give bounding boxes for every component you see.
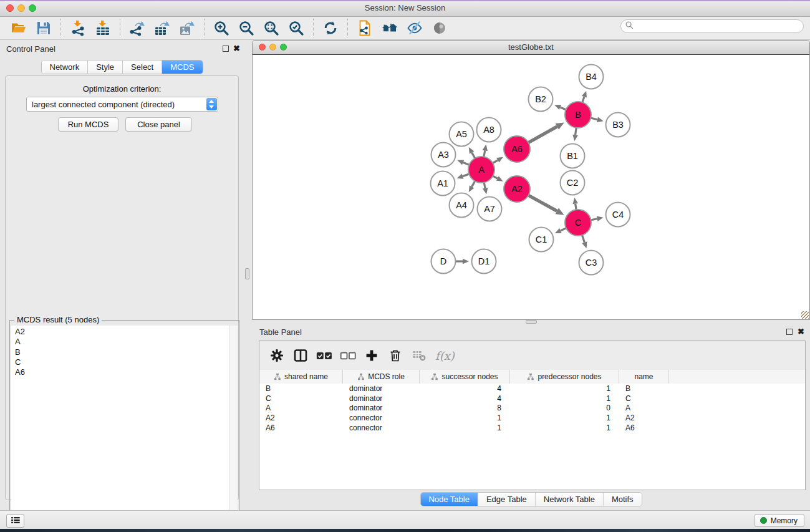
cell-name[interactable]: B bbox=[619, 384, 669, 393]
import-network-icon[interactable] bbox=[69, 19, 87, 37]
column-header-name[interactable]: name bbox=[619, 370, 669, 384]
tab-edge-table[interactable]: Edge Table bbox=[478, 493, 536, 506]
cell-name[interactable]: A bbox=[619, 404, 669, 412]
graph-node-label-B1: B1 bbox=[567, 151, 578, 161]
network-window-titlebar[interactable]: testGlobe.txt bbox=[253, 41, 809, 55]
cell-successor-nodes[interactable]: 1 bbox=[420, 423, 510, 432]
close-table-panel-icon[interactable]: ✖ bbox=[798, 328, 804, 335]
cell-successor-nodes[interactable]: 8 bbox=[420, 404, 510, 412]
deselect-all-icon[interactable] bbox=[339, 347, 357, 364]
tab-select[interactable]: Select bbox=[123, 60, 162, 74]
birdseye-icon[interactable] bbox=[430, 19, 449, 37]
zoom-in-icon[interactable] bbox=[212, 19, 231, 37]
cell-predecessor-nodes[interactable]: 0 bbox=[510, 404, 619, 412]
table-row[interactable]: A6connector11A6 bbox=[259, 423, 805, 433]
tab-network[interactable]: Network bbox=[41, 60, 88, 74]
task-history-button[interactable] bbox=[6, 514, 24, 528]
run-mcds-button[interactable]: Run MCDS bbox=[58, 117, 118, 132]
window-resize-grip[interactable] bbox=[801, 311, 809, 319]
tab-style[interactable]: Style bbox=[88, 60, 123, 74]
zoom-out-icon[interactable] bbox=[237, 19, 256, 37]
save-session-icon[interactable] bbox=[34, 19, 53, 37]
mcds-result-item[interactable]: A6 bbox=[15, 367, 229, 377]
mcds-result-item[interactable]: C bbox=[15, 357, 229, 367]
result-scrollbar[interactable] bbox=[229, 326, 238, 532]
export-network-icon[interactable] bbox=[128, 19, 147, 37]
graph-node-label-C2: C2 bbox=[567, 178, 579, 188]
table-body: Bdominator41BCdominator41CAdominator80AA… bbox=[259, 384, 805, 490]
cell-shared-name[interactable]: A bbox=[259, 404, 343, 412]
cell-predecessor-nodes[interactable]: 1 bbox=[510, 414, 619, 422]
cell-shared-name[interactable]: A2 bbox=[259, 414, 343, 422]
arrowhead-B-B3 bbox=[597, 117, 604, 122]
tab-motifs[interactable]: Motifs bbox=[604, 493, 642, 506]
table-toolbar: f(x) bbox=[259, 341, 805, 370]
close-panel-button[interactable]: Close panel bbox=[125, 117, 192, 132]
float-panel-icon[interactable] bbox=[223, 46, 229, 52]
network-document-icon[interactable] bbox=[355, 19, 374, 37]
cell-MCDS-role[interactable]: dominator bbox=[343, 404, 420, 412]
table-row[interactable]: Cdominator41C bbox=[259, 394, 805, 404]
table-row[interactable]: A2connector11A2 bbox=[259, 413, 805, 423]
refresh-network-icon[interactable] bbox=[321, 19, 340, 37]
horizontal-splitter-grip[interactable] bbox=[526, 320, 537, 324]
cell-shared-name[interactable]: B bbox=[259, 384, 343, 393]
cell-MCDS-role[interactable]: connector bbox=[343, 414, 420, 422]
mcds-result-item[interactable]: A2 bbox=[15, 327, 229, 337]
gear-icon[interactable] bbox=[268, 347, 286, 364]
column-header-successor-nodes[interactable]: successor nodes bbox=[420, 370, 510, 384]
optimization-criterion-select[interactable]: largest connected component (directed) bbox=[26, 97, 218, 112]
arrowhead-A-A8 bbox=[483, 145, 488, 152]
column-header-shared-name[interactable]: shared name bbox=[259, 370, 343, 384]
tab-mcds[interactable]: MCDS bbox=[162, 60, 202, 74]
column-header-predecessor-nodes[interactable]: predecessor nodes bbox=[510, 370, 619, 384]
search-field[interactable] bbox=[620, 19, 804, 33]
add-row-icon[interactable] bbox=[363, 347, 380, 364]
table-tabs: Node TableEdge TableNetwork TableMotifs bbox=[420, 492, 642, 506]
status-bar: Memory bbox=[0, 510, 810, 530]
welcome-home-icon[interactable] bbox=[380, 19, 399, 37]
graph-node-label-C1: C1 bbox=[536, 235, 547, 244]
table-row[interactable]: Adominator80A bbox=[259, 404, 805, 414]
mcds-result-box: MCDS result (5 nodes) A2ABCA6 bbox=[9, 320, 239, 532]
cell-successor-nodes[interactable]: 1 bbox=[420, 414, 510, 422]
hide-panels-icon[interactable] bbox=[405, 19, 424, 37]
cell-MCDS-role[interactable]: dominator bbox=[343, 384, 420, 393]
cell-MCDS-role[interactable]: dominator bbox=[343, 394, 420, 403]
select-all-icon[interactable] bbox=[316, 347, 333, 364]
cell-MCDS-role[interactable]: connector bbox=[343, 423, 420, 432]
mcds-result-item[interactable]: B bbox=[15, 347, 229, 357]
export-image-icon[interactable] bbox=[178, 19, 196, 37]
tab-network-table[interactable]: Network Table bbox=[536, 493, 604, 506]
cell-shared-name[interactable]: A6 bbox=[259, 423, 343, 432]
cell-predecessor-nodes[interactable]: 1 bbox=[510, 384, 619, 393]
open-session-icon[interactable] bbox=[9, 19, 28, 37]
split-columns-icon[interactable] bbox=[292, 347, 309, 364]
zoom-fit-icon[interactable] bbox=[262, 19, 281, 37]
cell-name[interactable]: A6 bbox=[619, 423, 669, 432]
control-panel: Control Panel ✖ NetworkStyleSelectMCDS O… bbox=[0, 40, 244, 510]
column-label: MCDS role bbox=[368, 372, 405, 381]
column-header-MCDS-role[interactable]: MCDS role bbox=[343, 370, 420, 384]
float-table-panel-icon[interactable] bbox=[786, 329, 793, 335]
zoom-selected-icon[interactable] bbox=[287, 19, 306, 37]
search-input[interactable] bbox=[634, 21, 803, 32]
cell-successor-nodes[interactable]: 4 bbox=[420, 384, 510, 393]
cell-shared-name[interactable]: C bbox=[259, 394, 343, 403]
cell-predecessor-nodes[interactable]: 1 bbox=[510, 423, 619, 432]
cell-successor-nodes[interactable]: 4 bbox=[420, 394, 510, 403]
network-canvas[interactable]: B4B2BB3A8A5A6A3B1AC2A1A2A4A7C4CC1DD1C3 bbox=[253, 54, 809, 319]
vertical-splitter-grip[interactable] bbox=[245, 268, 249, 279]
cell-name[interactable]: A2 bbox=[619, 414, 669, 422]
import-table-icon[interactable] bbox=[94, 19, 112, 37]
memory-button[interactable]: Memory bbox=[755, 514, 804, 527]
cell-name[interactable]: C bbox=[619, 394, 669, 403]
tab-node-table[interactable]: Node Table bbox=[420, 493, 478, 506]
table-row[interactable]: Bdominator41B bbox=[259, 384, 805, 394]
export-table-icon[interactable] bbox=[153, 19, 171, 37]
cell-predecessor-nodes[interactable]: 1 bbox=[510, 394, 619, 403]
network-view-window: testGlobe.txt B4B2BB3A8A5A6A3B1AC2A1A2A4… bbox=[252, 40, 810, 320]
mcds-result-item[interactable]: A bbox=[15, 337, 229, 347]
delete-row-icon[interactable] bbox=[387, 347, 404, 364]
close-panel-icon[interactable]: ✖ bbox=[233, 45, 240, 52]
